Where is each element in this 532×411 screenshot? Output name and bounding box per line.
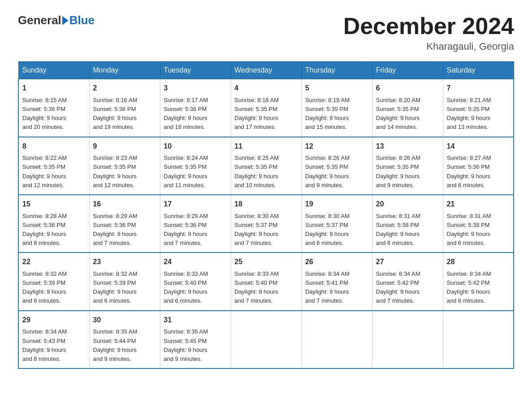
calendar-cell: 16Sunrise: 8:29 AMSunset: 5:36 PMDayligh… xyxy=(89,195,160,253)
day-header-saturday: Saturday xyxy=(443,62,514,79)
calendar-cell xyxy=(231,311,301,368)
cell-content: Sunrise: 8:22 AMSunset: 5:35 PMDaylight:… xyxy=(22,154,86,190)
week-row-4: 22Sunrise: 8:32 AMSunset: 5:39 PMDayligh… xyxy=(18,253,514,310)
day-number: 15 xyxy=(22,199,86,210)
day-number: 23 xyxy=(93,257,156,268)
calendar-cell: 14Sunrise: 8:27 AMSunset: 5:36 PMDayligh… xyxy=(443,137,514,195)
calendar-cell: 28Sunrise: 8:34 AMSunset: 5:42 PMDayligh… xyxy=(443,253,514,310)
day-number: 8 xyxy=(22,141,86,152)
calendar-table: SundayMondayTuesdayWednesdayThursdayFrid… xyxy=(18,61,514,369)
logo: General Blue xyxy=(18,13,94,27)
cell-content: Sunrise: 8:28 AMSunset: 5:36 PMDaylight:… xyxy=(22,212,86,248)
cell-content: Sunrise: 8:31 AMSunset: 5:38 PMDaylight:… xyxy=(376,212,439,248)
calendar-cell: 8Sunrise: 8:22 AMSunset: 5:35 PMDaylight… xyxy=(18,137,89,195)
day-number: 21 xyxy=(447,199,510,210)
week-row-1: 1Sunrise: 8:15 AMSunset: 5:36 PMDaylight… xyxy=(18,79,514,137)
day-number: 10 xyxy=(164,141,227,152)
day-number: 20 xyxy=(376,199,439,210)
calendar-cell: 26Sunrise: 8:34 AMSunset: 5:41 PMDayligh… xyxy=(301,253,372,310)
cell-content: Sunrise: 8:34 AMSunset: 5:42 PMDaylight:… xyxy=(447,270,510,306)
calendar-cell: 4Sunrise: 8:18 AMSunset: 5:35 PMDaylight… xyxy=(231,79,301,137)
cell-content: Sunrise: 8:32 AMSunset: 5:39 PMDaylight:… xyxy=(93,270,156,306)
cell-content: Sunrise: 8:27 AMSunset: 5:36 PMDaylight:… xyxy=(447,154,510,190)
cell-content: Sunrise: 8:29 AMSunset: 5:36 PMDaylight:… xyxy=(164,212,227,248)
day-number: 22 xyxy=(22,257,86,268)
calendar-cell: 31Sunrise: 8:35 AMSunset: 5:45 PMDayligh… xyxy=(160,311,231,368)
calendar-cell: 19Sunrise: 8:30 AMSunset: 5:37 PMDayligh… xyxy=(301,195,372,253)
cell-content: Sunrise: 8:25 AMSunset: 5:35 PMDaylight:… xyxy=(235,154,298,190)
calendar-cell xyxy=(372,311,443,368)
page-header: General Blue December 2024 Kharagauli, G… xyxy=(18,13,514,52)
day-number: 14 xyxy=(447,141,510,152)
calendar-cell xyxy=(301,311,372,368)
cell-content: Sunrise: 8:30 AMSunset: 5:37 PMDaylight:… xyxy=(305,212,369,248)
logo-text: General Blue xyxy=(18,13,94,27)
day-number: 13 xyxy=(376,141,439,152)
day-number: 30 xyxy=(93,315,156,326)
day-number: 2 xyxy=(93,83,156,94)
calendar-cell: 22Sunrise: 8:32 AMSunset: 5:39 PMDayligh… xyxy=(18,253,89,310)
logo-general: General xyxy=(18,13,61,27)
day-number: 29 xyxy=(22,315,86,326)
calendar-cell: 17Sunrise: 8:29 AMSunset: 5:36 PMDayligh… xyxy=(160,195,231,253)
cell-content: Sunrise: 8:26 AMSunset: 5:35 PMDaylight:… xyxy=(376,154,439,190)
day-header-tuesday: Tuesday xyxy=(160,62,231,79)
cell-content: Sunrise: 8:35 AMSunset: 5:45 PMDaylight:… xyxy=(164,327,227,364)
cell-content: Sunrise: 8:16 AMSunset: 5:36 PMDaylight:… xyxy=(93,96,156,132)
cell-content: Sunrise: 8:24 AMSunset: 5:35 PMDaylight:… xyxy=(164,154,227,190)
day-number: 1 xyxy=(22,83,86,94)
cell-content: Sunrise: 8:23 AMSunset: 5:35 PMDaylight:… xyxy=(93,154,156,190)
week-row-2: 8Sunrise: 8:22 AMSunset: 5:35 PMDaylight… xyxy=(18,137,514,195)
calendar-cell: 20Sunrise: 8:31 AMSunset: 5:38 PMDayligh… xyxy=(372,195,443,253)
calendar-cell: 15Sunrise: 8:28 AMSunset: 5:36 PMDayligh… xyxy=(18,195,89,253)
cell-content: Sunrise: 8:34 AMSunset: 5:41 PMDaylight:… xyxy=(305,270,369,306)
day-number: 19 xyxy=(305,199,369,210)
day-number: 26 xyxy=(305,257,369,268)
month-year-title: December 2024 xyxy=(343,13,514,39)
cell-content: Sunrise: 8:19 AMSunset: 5:35 PMDaylight:… xyxy=(305,96,369,132)
cell-content: Sunrise: 8:33 AMSunset: 5:40 PMDaylight:… xyxy=(164,270,227,306)
title-block: December 2024 Kharagauli, Georgia xyxy=(343,13,514,52)
logo-blue: Blue xyxy=(69,13,94,27)
calendar-cell: 29Sunrise: 8:34 AMSunset: 5:43 PMDayligh… xyxy=(18,311,89,368)
logo-arrow-icon xyxy=(62,16,69,25)
calendar-cell: 3Sunrise: 8:17 AMSunset: 5:36 PMDaylight… xyxy=(160,79,231,137)
calendar-cell: 24Sunrise: 8:33 AMSunset: 5:40 PMDayligh… xyxy=(160,253,231,310)
day-number: 17 xyxy=(164,199,227,210)
week-row-5: 29Sunrise: 8:34 AMSunset: 5:43 PMDayligh… xyxy=(18,311,514,368)
calendar-cell: 18Sunrise: 8:30 AMSunset: 5:37 PMDayligh… xyxy=(231,195,301,253)
cell-content: Sunrise: 8:26 AMSunset: 5:35 PMDaylight:… xyxy=(305,154,369,190)
day-number: 18 xyxy=(235,199,298,210)
day-header-friday: Friday xyxy=(372,62,443,79)
cell-content: Sunrise: 8:15 AMSunset: 5:36 PMDaylight:… xyxy=(22,96,86,132)
day-number: 7 xyxy=(447,83,510,94)
cell-content: Sunrise: 8:17 AMSunset: 5:36 PMDaylight:… xyxy=(164,96,227,132)
week-row-3: 15Sunrise: 8:28 AMSunset: 5:36 PMDayligh… xyxy=(18,195,514,253)
cell-content: Sunrise: 8:34 AMSunset: 5:42 PMDaylight:… xyxy=(376,270,439,306)
calendar-cell: 23Sunrise: 8:32 AMSunset: 5:39 PMDayligh… xyxy=(89,253,160,310)
calendar-cell: 10Sunrise: 8:24 AMSunset: 5:35 PMDayligh… xyxy=(160,137,231,195)
calendar-cell: 21Sunrise: 8:31 AMSunset: 5:38 PMDayligh… xyxy=(443,195,514,253)
calendar-cell: 7Sunrise: 8:21 AMSunset: 5:35 PMDaylight… xyxy=(443,79,514,137)
cell-content: Sunrise: 8:20 AMSunset: 5:35 PMDaylight:… xyxy=(376,96,439,132)
day-number: 16 xyxy=(93,199,156,210)
day-number: 24 xyxy=(164,257,227,268)
calendar-cell: 11Sunrise: 8:25 AMSunset: 5:35 PMDayligh… xyxy=(231,137,301,195)
day-number: 3 xyxy=(164,83,227,94)
day-number: 11 xyxy=(235,141,298,152)
cell-content: Sunrise: 8:18 AMSunset: 5:35 PMDaylight:… xyxy=(235,96,298,132)
day-header-thursday: Thursday xyxy=(301,62,372,79)
cell-content: Sunrise: 8:34 AMSunset: 5:43 PMDaylight:… xyxy=(22,327,86,364)
day-header-monday: Monday xyxy=(89,62,160,79)
calendar-cell: 30Sunrise: 8:35 AMSunset: 5:44 PMDayligh… xyxy=(89,311,160,368)
day-number: 25 xyxy=(235,257,298,268)
calendar-cell: 1Sunrise: 8:15 AMSunset: 5:36 PMDaylight… xyxy=(18,79,89,137)
day-number: 28 xyxy=(447,257,510,268)
calendar-cell: 13Sunrise: 8:26 AMSunset: 5:35 PMDayligh… xyxy=(372,137,443,195)
calendar-cell: 12Sunrise: 8:26 AMSunset: 5:35 PMDayligh… xyxy=(301,137,372,195)
day-number: 12 xyxy=(305,141,369,152)
calendar-cell: 27Sunrise: 8:34 AMSunset: 5:42 PMDayligh… xyxy=(372,253,443,310)
calendar-cell xyxy=(443,311,514,368)
calendar-cell: 5Sunrise: 8:19 AMSunset: 5:35 PMDaylight… xyxy=(301,79,372,137)
calendar-cell: 25Sunrise: 8:33 AMSunset: 5:40 PMDayligh… xyxy=(231,253,301,310)
